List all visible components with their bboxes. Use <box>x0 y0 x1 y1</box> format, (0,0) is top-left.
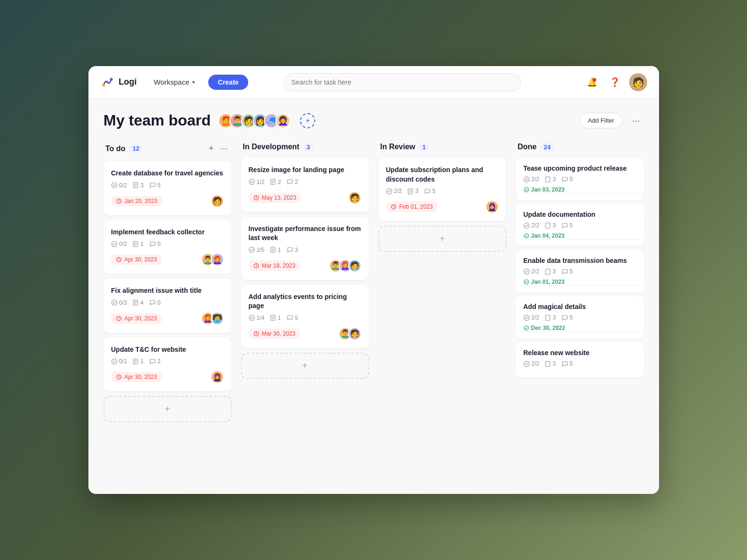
file-icon <box>545 222 551 229</box>
check-icon <box>111 299 117 306</box>
task-comments: 0 <box>149 241 161 247</box>
done-task-card[interactable]: Update documentation 2/2 3 5 <box>516 204 644 246</box>
comment-icon <box>562 361 568 367</box>
workspace-button[interactable]: Workspace ▾ <box>148 75 201 89</box>
task-comments: 5 <box>562 360 573 367</box>
task-meta: 2/2 3 5 <box>524 268 636 275</box>
clock-icon <box>116 198 122 204</box>
task-title: Add magical details <box>524 303 636 310</box>
app-window: Logi Workspace ▾ Create 🔔 ❓ 🧑 <box>88 66 659 494</box>
check-icon <box>386 188 392 194</box>
task-meta: 2/2 3 5 <box>524 360 636 367</box>
task-checks: 0/2 <box>111 182 127 189</box>
svg-rect-41 <box>546 361 550 366</box>
task-footer: May 13, 2023 🧑 <box>249 191 361 204</box>
task-due-date: Apr 30, 2023 <box>111 313 162 324</box>
card-divider <box>516 239 644 240</box>
search-input[interactable] <box>283 73 521 91</box>
task-avatars: 👨‍🦱🧑 <box>339 327 361 340</box>
task-avatars: 🧕 <box>485 200 499 213</box>
comment-icon <box>562 222 568 229</box>
done-task-card[interactable]: Enable data transmission beams 2/2 3 5 <box>516 250 644 292</box>
column-options-button[interactable]: ··· <box>218 143 229 154</box>
svg-rect-29 <box>546 176 550 182</box>
task-title: Fix alignment issue with title <box>111 286 224 296</box>
task-checks: 2/2 <box>524 222 540 229</box>
file-icon <box>133 299 138 306</box>
task-footer: Apr 30, 2023 👩‍🦰🧑‍💻 <box>111 312 224 325</box>
task-avatars: 🧑 <box>348 191 361 204</box>
task-card[interactable]: Update T&C for website 0/1 1 2 <box>104 338 232 392</box>
card-divider <box>516 285 644 286</box>
notification-icon-wrap: 🔔 <box>587 77 597 87</box>
task-title: Resize image for landing page <box>249 165 361 175</box>
file-icon <box>545 361 551 367</box>
add-task-button[interactable]: + <box>378 226 506 252</box>
done-task-card[interactable]: Release new website 2/2 3 5 <box>516 342 644 377</box>
task-card[interactable]: Resize image for landing page 1/2 2 2 <box>241 158 369 212</box>
task-title: Create database for travel agencies <box>111 169 224 178</box>
task-due-date: Apr 30, 2023 <box>111 372 162 382</box>
user-avatar-button[interactable]: 🧑 <box>629 73 647 91</box>
task-footer: Apr 30, 2023 🧕 <box>111 370 224 384</box>
task-files: 3 <box>545 360 556 367</box>
add-task-button[interactable]: + <box>104 396 232 422</box>
task-files: 3 <box>407 188 418 194</box>
board-header: My team board 🧑‍🦰👨‍🦱🧑👩🧢👩‍🦱 + Add Filter … <box>104 112 644 129</box>
task-card[interactable]: Fix alignment issue with title 0/3 4 0 <box>104 279 232 333</box>
comment-icon <box>149 182 155 188</box>
clock-icon <box>116 257 122 262</box>
task-footer: Feb 01, 2023 🧕 <box>386 200 499 213</box>
add-task-button[interactable]: + <box>241 353 369 379</box>
svg-point-30 <box>524 187 528 192</box>
more-options-button[interactable]: ··· <box>628 113 644 128</box>
task-card[interactable]: Implement feedback collector 0/2 1 0 <box>104 220 232 274</box>
task-files: 1 <box>133 241 144 247</box>
comment-icon <box>287 179 293 185</box>
task-due-date: Mar 30, 2023 <box>249 328 301 339</box>
task-card[interactable]: Add analytics events to pricing page 1/4… <box>241 285 369 348</box>
clock-icon <box>116 316 122 321</box>
column-header-in-review: In Review 1 <box>378 143 506 151</box>
task-due-date: Apr 30, 2023 <box>111 254 162 265</box>
task-assignee-avatar: 🧑 <box>348 191 361 204</box>
svg-rect-38 <box>546 315 550 320</box>
kanban-board: To do 12 + ··· Create database for trave… <box>104 143 644 422</box>
column-header-done: Done 24 <box>516 143 644 151</box>
task-due-date: Jan 20, 2023 <box>111 196 162 206</box>
comment-icon <box>149 241 155 247</box>
done-task-card[interactable]: Tease upcoming product release 2/2 3 5 <box>516 158 644 200</box>
task-card[interactable]: Create database for travel agencies 0/2 … <box>104 161 232 215</box>
add-member-button[interactable]: + <box>300 113 315 128</box>
comment-icon <box>562 315 568 321</box>
task-due-date: Feb 01, 2023 <box>386 202 438 212</box>
clock-icon <box>253 263 259 269</box>
notification-button[interactable]: 🔔 <box>583 74 601 91</box>
task-card[interactable]: Update subscription plans and discount c… <box>378 158 506 221</box>
file-icon <box>133 358 138 365</box>
main-content: My team board 🧑‍🦰👨‍🦱🧑👩🧢👩‍🦱 + Add Filter … <box>88 98 659 494</box>
task-assignee-avatar: 🧑 <box>348 259 361 272</box>
task-avatars: 👩‍🦰🧑‍💻 <box>201 312 224 325</box>
column-count: 24 <box>541 143 554 151</box>
task-title: Implement feedback collector <box>111 228 224 237</box>
help-button[interactable]: ❓ <box>606 74 623 91</box>
task-due-date: May 13, 2023 <box>249 193 301 203</box>
task-comments: 5 <box>562 314 573 321</box>
create-button[interactable]: Create <box>208 75 248 90</box>
notification-dot <box>592 78 596 82</box>
task-files: 1 <box>270 247 281 253</box>
task-comments: 2 <box>149 358 161 365</box>
add-column-task-button[interactable]: + <box>207 143 216 154</box>
file-icon <box>545 269 551 275</box>
comment-icon <box>287 247 293 253</box>
comment-icon <box>149 358 155 365</box>
task-assignee-avatar: 👩‍🦰 <box>211 253 224 266</box>
check-icon <box>111 182 117 188</box>
task-avatars: 👨‍🦱👩‍🦰 <box>201 253 224 266</box>
done-task-card[interactable]: Add magical details 2/2 3 5 <box>516 296 644 338</box>
add-filter-button[interactable]: Add Filter <box>580 113 622 128</box>
task-checks: 2/2 <box>524 314 540 321</box>
task-checks: 2/2 <box>524 360 540 367</box>
task-card[interactable]: Investigate performance issue from last … <box>241 217 369 280</box>
